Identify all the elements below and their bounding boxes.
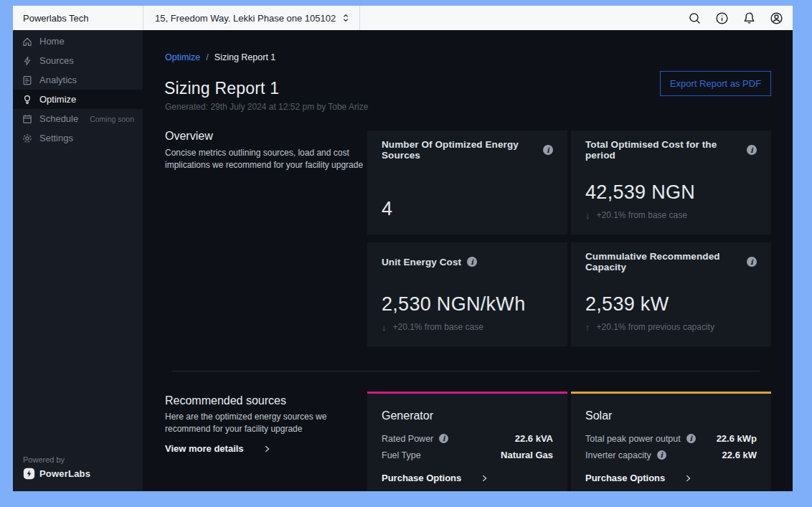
- top-bar: Powerlabs Tech 15, Freedom Way. Lekki Ph…: [13, 6, 793, 30]
- info-icon[interactable]: [439, 434, 448, 443]
- page-subtitle: Generated: 29th July 2024 at 12:52 pm by…: [165, 102, 368, 112]
- source-card-solar: Solar Total peak power output 22.6 kWp I…: [571, 392, 771, 491]
- info-icon[interactable]: [747, 145, 757, 155]
- purchase-options-label: Purchase Options: [585, 473, 665, 483]
- lightning-icon: [22, 55, 33, 67]
- sidebar-item-label: Home: [39, 36, 65, 47]
- metric-card-total-cost: Total Optimised Cost for the period 42,5…: [571, 131, 771, 234]
- main-content: Optimize / Sizing Report 1 Sizing Report…: [143, 30, 793, 491]
- delta-text: +20.1% from base case: [393, 322, 483, 332]
- page-title: Sizing Report 1: [164, 79, 279, 98]
- source-card-title: Generator: [382, 408, 553, 424]
- calendar-icon: [22, 113, 33, 125]
- idea-icon: [22, 94, 33, 105]
- notifications-button[interactable]: [741, 10, 757, 26]
- purchase-options-link[interactable]: Purchase Options: [585, 473, 757, 483]
- account-icon: [769, 11, 784, 26]
- sidebar: Home Sources Analytics Op: [13, 30, 143, 491]
- location-selector[interactable]: 15, Freedom Way. Lekki Phase one 105102: [143, 6, 359, 30]
- report-icon: [22, 75, 33, 86]
- chevron-updown-icon: [339, 11, 352, 24]
- chevron-right-icon: [263, 445, 271, 453]
- metric-card-title: Cummulative Recommended Capacity: [585, 251, 741, 273]
- sidebar-item-schedule[interactable]: Schedule Coming soon: [13, 109, 143, 128]
- recommended-heading: Recommended sources: [165, 394, 286, 407]
- metric-card-value: 4: [382, 197, 553, 220]
- chevron-right-icon: [480, 474, 488, 483]
- source-row-value: 22.6 kVA: [515, 433, 553, 444]
- sidebar-item-analytics[interactable]: Analytics: [13, 70, 143, 90]
- breadcrumb: Optimize / Sizing Report 1: [165, 52, 275, 62]
- metric-card-value: 42,539 NGN: [585, 181, 757, 204]
- metric-card-delta: ↓ +20.1% from base case: [382, 322, 553, 332]
- source-row: Rated Power 22.6 kVA: [382, 432, 553, 445]
- metric-card-value: 2,530 NGN/kWh: [382, 293, 553, 316]
- info-icon[interactable]: [543, 145, 553, 155]
- source-row: Inverter capacity 22.6 kW: [585, 449, 757, 461]
- info-icon[interactable]: [657, 450, 666, 460]
- source-row-label: Fuel Type: [382, 450, 421, 460]
- gear-icon: [22, 133, 33, 144]
- info-icon[interactable]: [686, 434, 696, 443]
- location-value: 15, Freedom Way. Lekki Phase one 105102: [155, 13, 339, 24]
- source-cards: Generator Rated Power 22.6 kVA Fuel Type…: [367, 392, 771, 491]
- header-actions: [686, 10, 793, 26]
- overview-description: Concise metrics outlining sources, load …: [165, 147, 372, 171]
- metric-card-title: Total Optimised Cost for the period: [585, 139, 741, 161]
- source-row: Total peak power output 22.6 kWp: [585, 432, 757, 445]
- info-icon[interactable]: [747, 257, 757, 267]
- source-row-label: Rated Power: [382, 434, 433, 444]
- sidebar-item-settings[interactable]: Settings: [13, 128, 143, 148]
- purchase-options-label: Purchase Options: [382, 473, 461, 483]
- bell-icon: [742, 11, 757, 26]
- source-card-generator: Generator Rated Power 22.6 kVA Fuel Type…: [367, 392, 567, 491]
- info-icon: [714, 11, 730, 26]
- delta-text: +20.1% from base case: [597, 210, 687, 220]
- sidebar-item-home[interactable]: Home: [13, 32, 143, 51]
- sidebar-footer: Powered by PowerLabs: [23, 455, 90, 480]
- coming-soon-badge: Coming soon: [90, 115, 134, 123]
- search-button[interactable]: [686, 10, 702, 26]
- overview-heading: Overview: [165, 130, 213, 143]
- sidebar-item-label: Sources: [39, 55, 74, 66]
- view-more-details-link[interactable]: View more details: [165, 443, 271, 454]
- breadcrumb-separator: /: [206, 52, 208, 62]
- metric-cards: Number Of Optimized Energy Sources 4 Tot…: [367, 131, 771, 346]
- sidebar-item-label: Optimize: [39, 94, 76, 105]
- sidebar-nav: Home Sources Analytics Op: [13, 30, 143, 148]
- brand-name: Powerlabs Tech: [13, 13, 143, 24]
- section-divider: [172, 371, 760, 371]
- account-button[interactable]: [768, 10, 784, 26]
- export-report-button[interactable]: Export Report as PDF: [660, 71, 771, 96]
- sidebar-item-label: Analytics: [39, 75, 77, 85]
- metric-card-capacity: Cummulative Recommended Capacity 2,539 k…: [571, 242, 771, 346]
- purchase-options-link[interactable]: Purchase Options: [382, 473, 553, 483]
- info-icon[interactable]: [467, 257, 477, 267]
- source-row-value: 22.6 kW: [722, 450, 757, 460]
- source-row: Fuel Type Natural Gas: [382, 449, 553, 461]
- metric-card-energy-sources: Number Of Optimized Energy Sources 4: [367, 131, 567, 234]
- search-icon: [687, 11, 702, 26]
- sidebar-item-optimize[interactable]: Optimize: [13, 90, 143, 109]
- source-card-title: Solar: [585, 408, 757, 424]
- powerlabs-brand-label: PowerLabs: [39, 468, 90, 479]
- metric-card-delta: ↑ +20.1% from previous capacity: [585, 322, 757, 332]
- metric-card-title: Number Of Optimized Energy Sources: [382, 139, 537, 161]
- home-icon: [22, 36, 33, 47]
- delta-text: +20.1% from previous capacity: [597, 322, 714, 332]
- recommended-description: Here are the optimized energy sources we…: [165, 411, 372, 435]
- source-row-label: Total peak power output: [585, 434, 681, 444]
- arrow-up-icon: ↑: [585, 322, 590, 333]
- powered-by-label: Powered by: [23, 455, 90, 464]
- app-window: Powerlabs Tech 15, Freedom Way. Lekki Ph…: [13, 6, 793, 491]
- breadcrumb-parent-link[interactable]: Optimize: [165, 52, 200, 62]
- source-row-value: 22.6 kWp: [717, 433, 757, 444]
- sidebar-item-sources[interactable]: Sources: [13, 51, 143, 70]
- powerlabs-logo-icon: [23, 468, 35, 480]
- metric-card-delta: ↓ +20.1% from base case: [585, 210, 757, 220]
- sidebar-item-label: Settings: [39, 133, 73, 143]
- metric-card-title: Unit Energy Cost: [382, 257, 461, 267]
- info-button[interactable]: [714, 10, 730, 26]
- header-divider: [359, 6, 360, 30]
- metric-card-unit-cost: Unit Energy Cost 2,530 NGN/kWh ↓ +20.1% …: [367, 242, 567, 346]
